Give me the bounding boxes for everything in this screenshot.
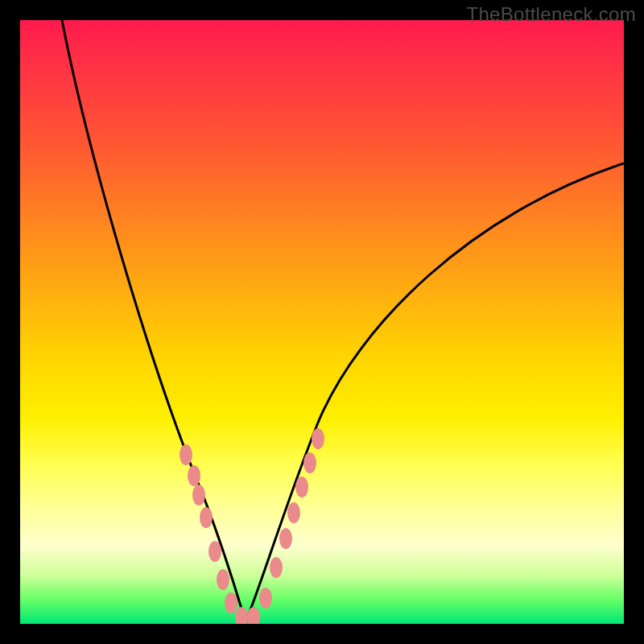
recommended-marker: [225, 592, 237, 613]
curve-left-branch: [62, 20, 246, 622]
curve-right-branch: [246, 163, 624, 622]
recommended-marker: [200, 507, 213, 528]
recommended-marker: [287, 502, 300, 523]
recommended-marker: [295, 477, 308, 497]
recommended-marker: [188, 465, 200, 486]
recommended-marker: [192, 485, 205, 506]
recommended-marker: [279, 528, 292, 549]
bottleneck-curve-svg: [20, 20, 624, 624]
marker-group: [180, 428, 324, 624]
recommended-marker: [180, 444, 192, 465]
recommended-marker: [217, 569, 229, 590]
recommended-marker: [312, 428, 324, 449]
recommended-marker: [235, 607, 248, 624]
watermark-text: TheBottleneck.com: [466, 3, 636, 26]
recommended-marker: [247, 607, 260, 624]
recommended-marker: [303, 452, 316, 473]
recommended-marker: [259, 588, 272, 609]
chart-plot-area: [20, 20, 624, 624]
recommended-marker: [208, 541, 221, 562]
recommended-marker: [270, 557, 283, 578]
